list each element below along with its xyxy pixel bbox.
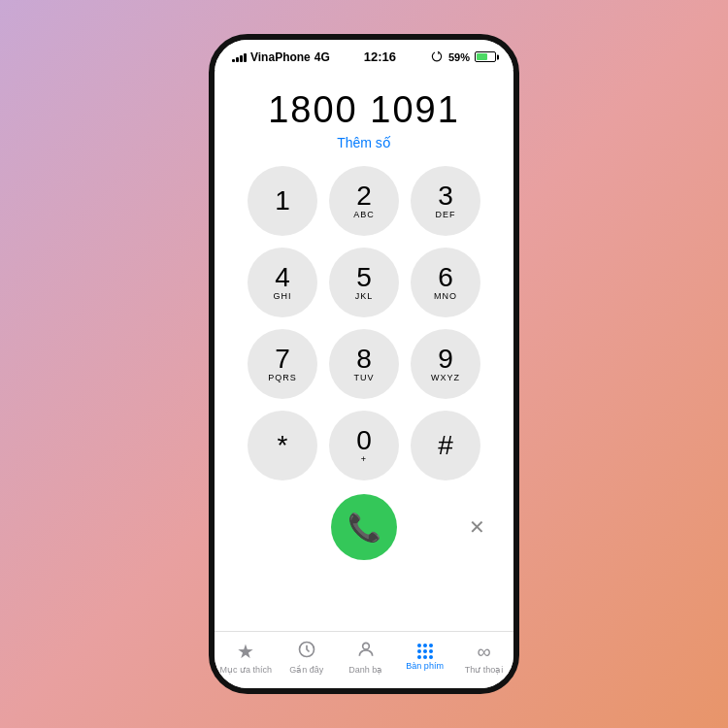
- add-number-label[interactable]: Thêm số: [337, 135, 391, 150]
- phone-number-display: 1800 1091: [268, 89, 460, 131]
- tab-item-voicemail[interactable]: ∞Thư thoại: [460, 641, 509, 675]
- key-2[interactable]: 2ABC: [329, 166, 399, 236]
- tab-item-favorites[interactable]: ★Mục ưa thích: [219, 640, 272, 675]
- tab-icon-favorites: ★: [237, 640, 254, 663]
- key-number-label: 0: [356, 427, 372, 454]
- key-letters-label: TUV: [354, 374, 375, 382]
- key-7[interactable]: 7PQRS: [248, 329, 317, 399]
- tab-item-contacts[interactable]: Danh bạ: [342, 640, 390, 675]
- tab-label-favorites: Mục ưa thích: [219, 665, 272, 675]
- status-right: 59%: [430, 50, 496, 64]
- tab-bar: ★Mục ưa thíchGần đâyDanh bạBàn phím∞Thư …: [215, 631, 513, 688]
- key-number-label: *: [278, 432, 288, 459]
- key-number-label: 2: [356, 182, 372, 210]
- key-number-label: 6: [438, 264, 453, 291]
- key-number-label: 4: [275, 264, 290, 291]
- key-3[interactable]: 3DEF: [411, 166, 480, 236]
- key-number-label: 1: [275, 187, 290, 215]
- call-button[interactable]: 📞: [331, 494, 397, 560]
- status-bar: VinaPhone 4G 12:16 59%: [215, 40, 513, 70]
- tab-icon-keypad: [417, 644, 433, 659]
- key-4[interactable]: 4GHI: [248, 248, 317, 317]
- key-letters-label: WXYZ: [431, 374, 460, 382]
- key-letters-label: GHI: [273, 292, 291, 301]
- phone-frame: VinaPhone 4G 12:16 59% 1800 1091 Thêm số…: [209, 34, 519, 694]
- network-type-label: 4G: [314, 50, 330, 64]
- tab-item-keypad[interactable]: Bàn phím: [401, 644, 449, 671]
- key-letters-label: ABC: [353, 211, 375, 219]
- key-letters-label: MNO: [434, 292, 457, 301]
- backspace-icon: ✕: [469, 515, 485, 539]
- tab-icon-contacts: [356, 640, 376, 663]
- key-number-label: 3: [438, 182, 453, 210]
- key-number-label: 8: [356, 346, 372, 373]
- key-1[interactable]: 1: [248, 166, 317, 236]
- tab-label-contacts: Danh bạ: [348, 665, 382, 675]
- key-8[interactable]: 8TUV: [329, 329, 399, 399]
- delete-button[interactable]: ✕: [455, 506, 498, 548]
- svg-point-1: [362, 643, 369, 649]
- key-number-label: 9: [438, 346, 453, 373]
- key-number-label: 5: [356, 264, 372, 291]
- key-0[interactable]: 0+: [329, 411, 399, 480]
- signal-bars-icon: [232, 52, 247, 62]
- tab-label-voicemail: Thư thoại: [465, 665, 504, 675]
- tab-label-keypad: Bàn phím: [406, 661, 444, 671]
- key-letters-label: DEF: [436, 211, 456, 219]
- key-9[interactable]: 9WXYZ: [411, 329, 480, 399]
- key-letters-label: +: [361, 455, 367, 464]
- key-6[interactable]: 6MNO: [411, 248, 480, 317]
- screen-rotation-icon: [430, 50, 444, 64]
- battery-icon: [475, 51, 496, 62]
- tab-icon-voicemail: ∞: [477, 641, 490, 663]
- tab-icon-recents: [297, 640, 316, 663]
- dialer-content: 1800 1091 Thêm số 12ABC3DEF4GHI5JKL6MNO7…: [215, 70, 513, 631]
- key-number-label: 7: [275, 346, 290, 373]
- key-5[interactable]: 5JKL: [329, 248, 399, 317]
- status-left: VinaPhone 4G: [232, 50, 330, 64]
- tab-label-recents: Gần đây: [289, 665, 323, 675]
- phone-icon: 📞: [347, 512, 381, 544]
- key-number-label: #: [438, 432, 453, 459]
- key-letters-label: JKL: [355, 292, 374, 301]
- carrier-label: VinaPhone: [250, 50, 311, 64]
- keypad-grid: 12ABC3DEF4GHI5JKL6MNO7PQRS8TUV9WXYZ*0+#: [248, 166, 480, 480]
- tab-item-recents[interactable]: Gần đây: [282, 640, 331, 675]
- key-*[interactable]: *: [248, 411, 317, 480]
- time-label: 12:16: [364, 50, 396, 64]
- key-#[interactable]: #: [411, 411, 480, 480]
- action-row: 📞 ✕: [230, 494, 498, 560]
- key-letters-label: PQRS: [268, 374, 297, 382]
- battery-percent-label: 59%: [448, 51, 470, 63]
